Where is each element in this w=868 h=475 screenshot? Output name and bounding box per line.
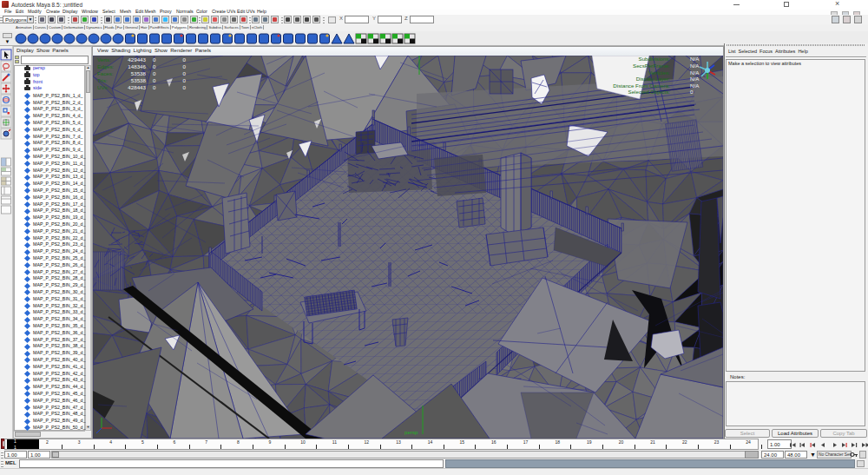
svg-text:429443: 429443 [128,56,146,63]
svg-text:N/A: N/A [690,76,700,82]
svg-text:0: 0 [153,84,156,90]
svg-text:0: 0 [183,77,187,83]
svg-text:0: 0 [153,56,156,63]
svg-text:0: 0 [183,84,187,90]
svg-text:Faces:: Faces: [97,70,114,76]
svg-text:Distance From Camera:: Distance From Camera: [613,82,670,89]
svg-text:0: 0 [183,70,187,76]
svg-text:0: 0 [690,89,694,95]
svg-text:0: 0 [183,56,187,63]
svg-text:0: 0 [153,70,156,76]
svg-text:N/A: N/A [690,82,700,89]
svg-text:428443: 428443 [128,84,146,90]
svg-text:148346: 148346 [128,63,146,69]
svg-text:53538: 53538 [131,70,147,76]
svg-text:0: 0 [183,63,187,69]
svg-text:0: 0 [153,77,156,83]
svg-text:N/A: N/A [690,56,700,62]
svg-text:SecsPerFrame:: SecsPerFrame: [633,63,670,69]
svg-text:0: 0 [153,63,156,69]
svg-text:53538: 53538 [131,77,147,83]
svg-text:Selected Objects:: Selected Objects: [628,89,671,95]
svg-text:Edges:: Edges: [97,63,115,69]
svg-text:N/A: N/A [690,63,700,69]
svg-text:Tris:: Tris: [97,77,108,83]
svg-text:UVs:: UVs: [97,84,109,90]
svg-text:persp: persp [404,429,418,435]
svg-text:Display Layer:: Display Layer: [636,76,670,82]
svg-text:Subdivisions:: Subdivisions: [639,56,671,62]
svg-text:Verticies:: Verticies: [648,69,670,76]
svg-text:Verts:: Verts: [97,56,111,63]
svg-text:N/A: N/A [690,69,700,76]
